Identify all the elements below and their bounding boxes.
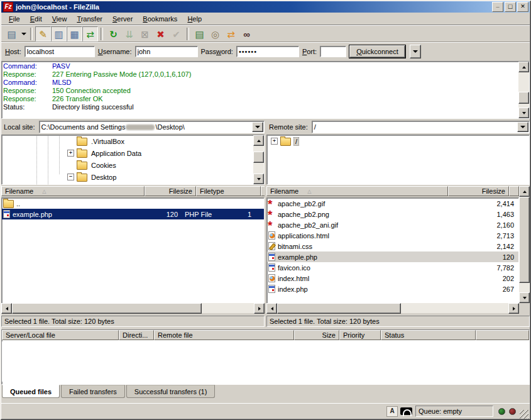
combo-dropdown-icon[interactable] [517,122,528,132]
disconnect-button[interactable] [153,26,168,41]
remote-site-combobox[interactable]: / [312,121,530,133]
toggle-message-log-button[interactable] [35,26,51,41]
menu-view[interactable]: View [47,14,72,25]
queue-column-priority[interactable]: Priority [339,330,381,340]
titlebar[interactable]: Fz john@localhost - FileZilla [1,1,530,13]
menu-file[interactable]: File [4,14,25,25]
site-manager-button[interactable] [4,26,19,41]
process-queue-button[interactable] [121,26,137,41]
scroll-thumb[interactable] [518,92,529,104]
collapse-icon[interactable]: − [67,174,74,180]
scroll-left-icon[interactable] [1,303,12,314]
remote-site-label: Remote site: [266,123,312,131]
tree-item-virtualbox[interactable]: .VirtualBox [2,135,264,147]
log-line: Command:PASV [3,62,518,70]
queue-size-indicator: Queue: empty [415,406,493,417]
scroll-right-icon[interactable] [508,303,519,314]
tab-queued-files[interactable]: Queued files [2,385,60,398]
toggle-local-tree-button[interactable] [51,26,67,41]
file-row[interactable]: bitnami.css2,142 [267,241,518,251]
scroll-right-icon[interactable] [254,303,265,314]
menu-server[interactable]: Server [107,14,138,25]
file-row[interactable]: apache_pb2.png1,463 [267,209,518,219]
remote-horizontal-scrollbar[interactable] [266,303,519,313]
scroll-up-icon[interactable] [519,186,530,197]
file-row[interactable]: apache_pb2.gif2,414 [267,198,518,209]
username-input[interactable] [135,46,198,57]
expand-icon[interactable]: + [67,150,74,157]
file-row[interactable]: apache_pb2_ani.gif2,160 [267,219,518,230]
tree-item-cookies[interactable]: Cookies [2,159,264,171]
queue-tabs: Queued files Failed transfers Successful… [2,385,215,398]
file-row[interactable]: index.html202 [267,273,518,284]
scroll-up-icon[interactable] [253,135,264,146]
scroll-down-icon[interactable] [518,108,529,118]
resize-grip[interactable] [520,410,528,419]
close-button[interactable] [517,2,528,12]
file-row-selected[interactable]: example.php120 [267,251,518,262]
scroll-thumb[interactable] [519,197,530,283]
file-row[interactable]: index.php267 [267,284,518,294]
cancel-operation-button[interactable] [137,26,153,41]
port-input[interactable] [320,46,346,57]
redacted-username [126,124,155,130]
scroll-down-icon[interactable] [519,292,530,303]
remote-vertical-scrollbar[interactable] [519,186,530,303]
queue-column-direction[interactable]: Directi... [119,330,154,340]
host-input[interactable] [25,46,95,57]
scroll-thumb[interactable] [253,152,264,163]
queue-column-status[interactable]: Status [381,330,476,340]
local-horizontal-scrollbar[interactable] [1,303,265,313]
log-line: Response:226 Transfer OK [3,95,518,103]
expand-icon[interactable]: + [271,138,278,145]
file-row-example-php[interactable]: example.php 120 PHP File 1 [2,209,264,219]
queue-column-size[interactable]: Size [294,330,339,340]
menu-transfer[interactable]: Transfer [72,14,107,25]
tab-successful-transfers[interactable]: Successful transfers (1) [126,385,216,398]
scroll-up-icon[interactable] [518,62,529,72]
log-line: Response:227 Entering Passive Mode (127,… [3,70,518,79]
quickconnect-dropdown[interactable] [410,45,421,58]
combo-dropdown-icon[interactable] [252,122,263,132]
column-header-last-modified[interactable]: L [261,186,265,196]
queue-column-remote-file[interactable]: Remote file [154,330,294,340]
reconnect-icon [172,30,180,39]
directory-listing-filters-button[interactable] [192,26,207,41]
queue-column-server-local[interactable]: Server/Local file [2,330,119,340]
reconnect-button[interactable] [168,26,184,41]
column-header-filetype[interactable]: Filetype [196,186,261,196]
column-header-filename[interactable]: Filename [1,186,145,196]
column-header-filename[interactable]: Filename [266,186,448,196]
log-scrollbar[interactable] [518,62,529,118]
quickconnect-button[interactable]: Quickconnect [349,45,405,58]
tree-item-desktop[interactable]: − Desktop [2,171,264,183]
local-site-combobox[interactable]: C:\Documents and Settings\Desktop\ [39,121,265,133]
scroll-down-icon[interactable] [253,174,264,184]
site-manager-dropdown[interactable] [19,27,28,41]
scroll-thumb[interactable] [12,303,202,314]
local-tree-scrollbar[interactable] [253,135,264,184]
tree-item-application-data[interactable]: + Application Data [2,147,264,159]
file-row[interactable]: applications.html2,713 [267,230,518,241]
synchronized-browsing-button[interactable] [223,26,239,41]
menu-bookmarks[interactable]: Bookmarks [138,14,182,25]
tab-failed-transfers[interactable]: Failed transfers [61,385,125,398]
find-files-button[interactable] [239,26,255,41]
menu-help[interactable]: Help [182,14,207,25]
scroll-thumb[interactable] [277,303,401,314]
toggle-transfer-queue-button[interactable] [82,26,98,41]
column-header-filesize[interactable]: Filesize [145,186,196,196]
file-row[interactable]: favicon.ico7,782 [267,262,518,273]
directory-comparison-button[interactable] [207,26,223,41]
file-row-parent-dir[interactable]: .. [2,198,264,209]
column-header-filesize[interactable]: Filesize [448,186,509,196]
tree-item-root[interactable]: + / [267,135,529,147]
toggle-remote-tree-button[interactable] [67,26,82,41]
password-input[interactable] [236,46,299,57]
scroll-left-icon[interactable] [266,303,277,314]
menu-edit[interactable]: Edit [25,14,47,25]
refresh-button[interactable] [106,26,121,41]
php-file-icon [268,253,275,261]
minimize-button[interactable] [492,2,503,12]
maximize-button[interactable] [505,2,516,12]
